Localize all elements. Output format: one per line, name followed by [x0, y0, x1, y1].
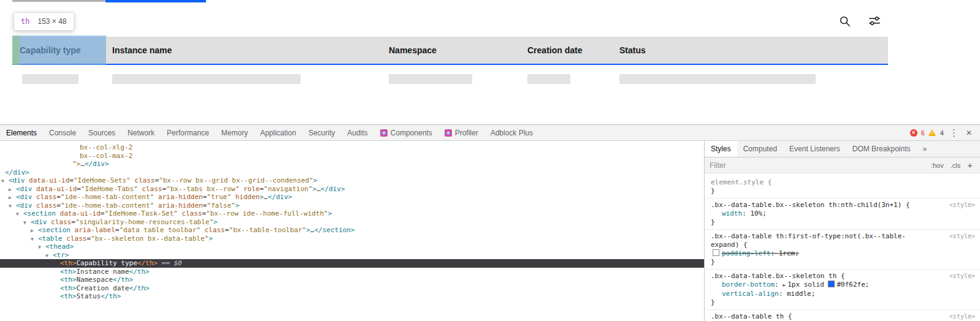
css-selector[interactable]: expand) {	[711, 241, 748, 249]
settings-adjust-icon[interactable]	[868, 15, 881, 27]
sidebar-tab-dom-breakpoints[interactable]: DOM Breakpoints	[846, 141, 917, 157]
dom-tree-line[interactable]: ">…</div>	[0, 160, 704, 168]
collapse-arrow-icon[interactable]: ▼	[45, 252, 48, 260]
collapse-arrow-icon[interactable]: ▼	[31, 235, 34, 244]
color-swatch[interactable]	[828, 281, 835, 287]
skeleton-bar	[22, 74, 78, 84]
expand-arrow-icon[interactable]: ▶	[9, 194, 12, 202]
filter-button-add[interactable]: +	[965, 160, 975, 170]
sidebar-tab-computed[interactable]: Computed	[737, 141, 783, 157]
skeleton-cell	[12, 74, 112, 84]
devtools-tab-label: Performance	[167, 129, 209, 137]
css-rule: <style>.bx--data-table.bx--skeleton th {…	[705, 270, 980, 310]
devtools-tab-security[interactable]: Security	[302, 125, 341, 140]
skeleton-bar	[619, 74, 816, 84]
css-property[interactable]: vertical-align: middle;	[711, 290, 975, 298]
stylesheet-link[interactable]: <style>	[949, 232, 975, 241]
dom-tree-line[interactable]: ▼<div class="ide--home-tab-content" aria…	[0, 202, 704, 210]
devtools-tab-memory[interactable]: Memory	[215, 125, 254, 140]
devtools-tab-label: Memory	[221, 129, 248, 137]
dom-tree-line[interactable]: ▼<section data-ui-id="IdeHome-Task-Set" …	[0, 210, 704, 218]
inspect-tooltip: th 153 × 48	[13, 12, 74, 31]
stylesheet-link[interactable]: <style>	[949, 312, 975, 321]
css-property[interactable]: border-bottom: ▶1px solid #0f62fe;	[711, 281, 975, 290]
dom-tree-line[interactable]: <th>Status</th>	[0, 292, 704, 301]
devtools-tab-components[interactable]: Components	[374, 125, 438, 140]
expand-arrow-icon[interactable]: ▶	[9, 186, 12, 194]
devtools-tab-performance[interactable]: Performance	[161, 125, 215, 140]
dom-tree-line[interactable]: ▼<div class="singularity-home-resources-…	[0, 218, 704, 227]
devtools-tab-elements[interactable]: Elements	[0, 125, 43, 140]
dom-tree-line[interactable]: ▼<div data-ui-id="IdeHome-Sets" class="b…	[0, 176, 704, 185]
devtools-tab-adblock-plus[interactable]: Adblock Plus	[484, 125, 539, 140]
column-header-instance-name[interactable]: Instance name	[112, 37, 389, 64]
devtools-toolbar: ElementsConsoleSourcesNetworkPerformance…	[0, 125, 980, 141]
dom-tree-line[interactable]: ▶<div data-ui-id="IdeHome-Tabs" class="b…	[0, 185, 704, 194]
collapse-arrow-icon[interactable]: ▼	[23, 219, 26, 227]
css-selector[interactable]: .bx--data-table.bx--skeleton th:nth-chil…	[711, 201, 910, 209]
css-property-name: width	[722, 210, 742, 217]
dom-tree-line[interactable]: bx--col-xlg-2	[0, 143, 704, 152]
devtools-tab-bar: ElementsConsoleSourcesNetworkPerformance…	[0, 125, 539, 140]
dom-tree-line[interactable]: ▼<table class="bx--skeleton bx--data-tab…	[0, 235, 704, 243]
collapse-arrow-icon[interactable]: ▼	[1, 177, 4, 186]
column-header-namespace[interactable]: Namespace	[389, 37, 527, 64]
css-property[interactable]: width: 10%;	[711, 210, 975, 218]
column-header-creation-date[interactable]: Creation date	[527, 37, 619, 64]
css-property-name: border-bottom	[722, 281, 775, 289]
css-property[interactable]: padding-left: 1rem;	[711, 249, 975, 258]
skeleton-cell	[619, 74, 888, 84]
sidebar-tab-more[interactable]: »	[916, 141, 933, 157]
dom-tree-line[interactable]: <th>Namespace</th>	[0, 276, 704, 284]
dom-tree-line[interactable]: ▼<thead>	[0, 243, 704, 251]
devtools-tab-label: Network	[128, 129, 155, 137]
sidebar-tab-event-listeners[interactable]: Event Listeners	[783, 141, 846, 157]
css-selector[interactable]: .bx--data-table.bx--skeleton th {	[711, 272, 845, 280]
dom-tree-line[interactable]: <th>Instance name</th>	[0, 268, 704, 276]
dom-tree-line[interactable]: </div>	[0, 168, 704, 177]
devtools-tab-audits[interactable]: Audits	[341, 125, 373, 140]
closing-brace: }	[711, 298, 975, 307]
selected-dom-node[interactable]: <th>Capability type</th> == $0	[0, 259, 704, 268]
devtools-tab-profiler[interactable]: Profiler	[438, 125, 484, 140]
tab-underline-inactive	[12, 0, 105, 2]
collapse-arrow-icon[interactable]: ▼	[9, 202, 12, 211]
css-selector[interactable]: .bx--data-table th {	[711, 312, 792, 320]
more-menu-icon[interactable]: ⋮	[947, 127, 960, 138]
column-header-label: Capability type	[20, 45, 81, 55]
stylesheet-link[interactable]: <style>	[949, 201, 975, 210]
close-icon[interactable]: ✕	[964, 129, 974, 137]
filter-button-cls[interactable]: .cls	[948, 162, 963, 169]
column-header-status[interactable]: Status	[619, 37, 888, 64]
stylesheet-link[interactable]: <style>	[949, 272, 975, 281]
devtools-tab-network[interactable]: Network	[121, 125, 161, 140]
search-icon[interactable]	[839, 15, 851, 28]
expand-arrow-icon[interactable]: ▶	[31, 227, 34, 235]
devtools-tab-label: Sources	[88, 129, 115, 137]
error-icon: ✕	[910, 129, 917, 137]
devtools-tab-console[interactable]: Console	[43, 125, 82, 140]
dom-tree-line[interactable]: ▼<tr>	[0, 251, 704, 260]
dom-tree-line[interactable]: ▶<section aria-label="data table toolbar…	[0, 226, 704, 235]
filter-button-hov[interactable]: :hov	[928, 162, 946, 169]
devtools-panel: ElementsConsoleSourcesNetworkPerformance…	[0, 124, 980, 321]
dom-tree-line[interactable]: ▶<div class="ide--home-tab-content" aria…	[0, 193, 704, 202]
sidebar-tab-styles[interactable]: Styles	[705, 141, 737, 157]
css-selector[interactable]: .bx--data-table th:first-of-type:not(.bx…	[711, 232, 906, 240]
dom-tree-line[interactable]: bx--col-max-2	[0, 152, 704, 160]
collapse-arrow-icon[interactable]: ▼	[16, 210, 19, 219]
property-checkbox[interactable]	[713, 249, 719, 256]
warning-count[interactable]: 4	[940, 129, 944, 137]
table-header-row: Capability typeInstance nameNamespaceCre…	[12, 37, 888, 65]
css-selector[interactable]: element.style {	[711, 178, 771, 186]
css-rule: <style>.bx--data-table th:first-of-type:…	[705, 230, 980, 270]
styles-pane: StylesComputedEvent ListenersDOM Breakpo…	[704, 141, 980, 321]
column-header-capability-type[interactable]: Capability type	[12, 37, 112, 64]
expand-property-icon[interactable]: ▶	[783, 282, 786, 288]
devtools-tab-sources[interactable]: Sources	[82, 125, 121, 140]
collapse-arrow-icon[interactable]: ▼	[38, 243, 41, 252]
filter-input[interactable]: Filter	[710, 161, 928, 170]
devtools-tab-application[interactable]: Application	[254, 125, 302, 140]
error-count[interactable]: 6	[921, 129, 925, 137]
dom-tree-line[interactable]: <th>Creation date</th>	[0, 284, 704, 293]
